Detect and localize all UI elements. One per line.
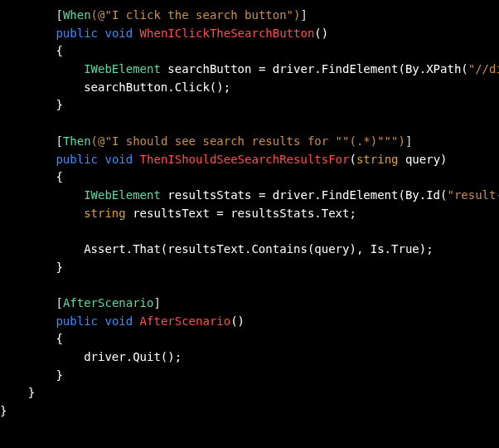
lparen: ( [349,153,356,166]
param-type: string [356,153,399,166]
code-text: searchButton = driver.FindElement(By.XPa… [161,62,468,75]
code-text: Assert.That(resultsText.Contains(query),… [84,242,433,256]
method-name: ThenIShouldSeeSearchResultsFor [140,153,350,166]
brace-open: { [56,44,62,57]
parens: () [314,27,328,40]
brace-open: { [56,332,62,345]
kw-void: void [104,153,133,166]
bracket-close: ] [300,8,307,22]
param-name: query) [399,153,448,166]
kw-public: public [56,27,98,40]
string-literal: "result-stat [447,188,499,202]
code: [When(@"I click the search button")] pub… [0,8,499,417]
method-name: AfterScenario [140,314,231,328]
code-block: [When(@"I click the search button")] pub… [0,0,499,421]
kw-public: public [56,153,98,166]
parens: () [230,314,245,328]
brace-close: } [56,261,62,274]
bracket-open: [ [56,296,62,309]
brace-open: { [56,170,62,183]
code-text: resultsText = resultsStats.Text; [126,207,356,220]
code-text: driver.Quit(); [84,350,182,363]
code-text: searchButton.Click(); [84,80,230,94]
attr-then: Then [63,134,91,148]
kw-void: void [104,314,133,328]
type-iwebelement: IWebElement [84,62,161,75]
kw-void: void [104,27,133,40]
brace-close: } [0,404,7,417]
string-literal: "//div[@c [468,62,499,75]
kw-public: public [56,314,98,328]
type-iwebelement: IWebElement [84,188,161,202]
attr-then-arg: (@"I should see search results for ""(.*… [91,134,405,148]
brace-close: } [56,368,62,382]
brace-close: } [28,386,35,399]
brace-close: } [56,98,62,111]
attr-afterscenario: AfterScenario [63,296,154,309]
method-name: WhenIClickTheSearchButton [140,27,315,40]
bracket-close: ] [153,296,160,309]
type-string: string [84,207,126,220]
bracket-open: [ [56,134,62,148]
attr-when: When [63,8,91,22]
bracket-close: ] [405,134,412,148]
bracket-open: [ [56,8,62,22]
attr-when-arg: (@"I click the search button") [91,8,301,22]
code-text: resultsStats = driver.FindElement(By.Id( [161,188,448,202]
